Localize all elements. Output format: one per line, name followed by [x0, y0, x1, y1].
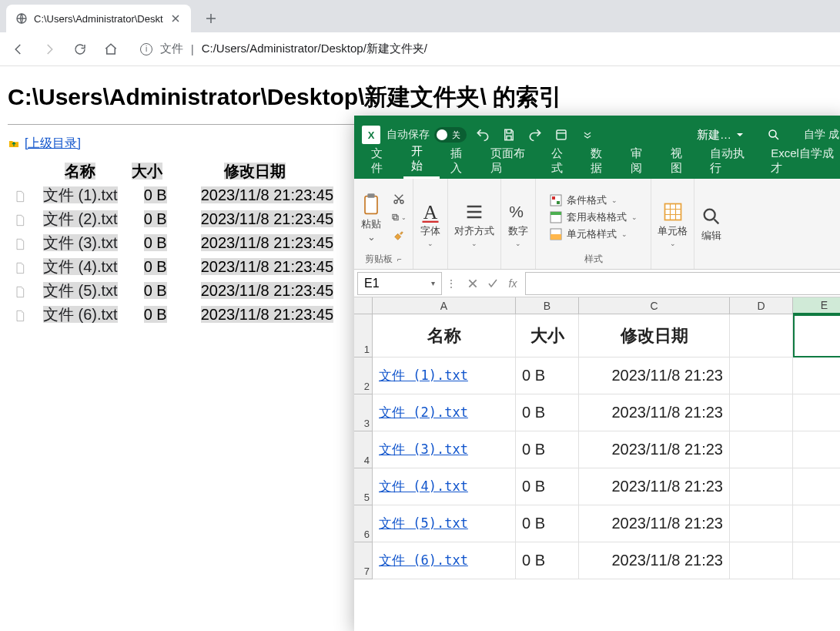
- spreadsheet[interactable]: A B C D E 1234567 名称大小修改日期文件 (1).txt0 B2…: [354, 297, 840, 631]
- edit-button[interactable]: 编辑: [701, 206, 722, 243]
- row-header[interactable]: 5: [354, 468, 373, 505]
- address-bar[interactable]: i 文件 | C:/Users/Administrator/Desktop/新建…: [131, 37, 832, 62]
- ribbon-tab[interactable]: 审阅: [623, 143, 660, 179]
- cell[interactable]: [793, 542, 840, 579]
- cell[interactable]: 0 B: [516, 468, 579, 505]
- cell[interactable]: [730, 505, 793, 542]
- fx-button[interactable]: fx: [505, 276, 520, 291]
- cell[interactable]: [730, 468, 793, 505]
- cell[interactable]: [730, 357, 793, 394]
- cell[interactable]: 0 B: [516, 394, 579, 431]
- cell[interactable]: 文件 (5).txt: [373, 505, 516, 542]
- file-link[interactable]: 文件 (4).txt: [43, 258, 118, 275]
- paste-button[interactable]: 粘贴 ⌄: [360, 193, 382, 243]
- new-tab-button[interactable]: [200, 8, 222, 29]
- cell[interactable]: 2023/11/8 21:23: [579, 542, 730, 579]
- col-header-E[interactable]: E: [793, 297, 840, 314]
- cut-button[interactable]: [391, 191, 407, 206]
- cell-link[interactable]: 文件 (3).txt: [379, 441, 468, 458]
- row-header[interactable]: 7: [354, 542, 373, 579]
- ribbon-tab[interactable]: 自动执行: [702, 143, 760, 179]
- cell[interactable]: [793, 394, 840, 431]
- cell[interactable]: 0 B: [516, 357, 579, 394]
- number-button[interactable]: % 数字⌄: [507, 201, 529, 247]
- file-link[interactable]: 文件 (6).txt: [43, 306, 118, 323]
- close-icon[interactable]: [169, 12, 182, 25]
- cell[interactable]: 2023/11/8 21:23: [579, 431, 730, 468]
- cell[interactable]: 0 B: [516, 542, 579, 579]
- confirm-formula-button[interactable]: [485, 276, 500, 291]
- name-box[interactable]: E1▾: [357, 272, 442, 295]
- cells-button[interactable]: 单元格⌄: [658, 201, 688, 247]
- col-header-B[interactable]: B: [516, 297, 579, 314]
- select-all-corner[interactable]: [354, 297, 373, 314]
- cell[interactable]: [730, 431, 793, 468]
- cell-link[interactable]: 文件 (1).txt: [379, 367, 468, 384]
- ribbon-tab[interactable]: 开始: [403, 141, 440, 179]
- cell[interactable]: [793, 314, 840, 357]
- ribbon-tab[interactable]: 数据: [583, 143, 620, 179]
- col-header-C[interactable]: C: [579, 297, 730, 314]
- cell[interactable]: [730, 542, 793, 579]
- cell-styles-button[interactable]: 单元格样式⌄: [550, 227, 638, 241]
- back-button[interactable]: [8, 39, 29, 60]
- cell[interactable]: [730, 394, 793, 431]
- cell[interactable]: 2023/11/8 21:23: [579, 505, 730, 542]
- row-header[interactable]: 4: [354, 431, 373, 468]
- browser-tab[interactable]: C:\Users\Administrator\Deskt: [6, 5, 191, 32]
- col-header-A[interactable]: A: [373, 297, 516, 314]
- cell-link[interactable]: 文件 (4).txt: [379, 478, 468, 495]
- cancel-formula-button[interactable]: [465, 276, 480, 291]
- row-header[interactable]: 3: [354, 394, 373, 431]
- home-button[interactable]: [100, 39, 122, 60]
- parent-directory-link[interactable]: [上级目录]: [25, 136, 81, 152]
- font-button[interactable]: A 字体⌄: [420, 201, 441, 247]
- cell[interactable]: 0 B: [516, 431, 579, 468]
- ribbon-tab[interactable]: 页面布局: [483, 143, 540, 179]
- cell[interactable]: [730, 314, 793, 357]
- ribbon-tab[interactable]: Excel自学成才: [763, 143, 840, 179]
- cell[interactable]: 文件 (4).txt: [373, 468, 516, 505]
- redo-button[interactable]: [525, 125, 545, 145]
- cell[interactable]: 文件 (3).txt: [373, 431, 516, 468]
- quick-access-button[interactable]: [551, 125, 571, 145]
- align-button[interactable]: 对齐方式⌄: [454, 201, 494, 247]
- file-link[interactable]: 文件 (5).txt: [43, 282, 118, 299]
- cell-link[interactable]: 文件 (6).txt: [379, 552, 468, 569]
- cell[interactable]: [793, 431, 840, 468]
- doc-title[interactable]: 新建…: [697, 128, 744, 143]
- format-painter-button[interactable]: [391, 228, 407, 243]
- row-header[interactable]: 2: [354, 357, 373, 394]
- table-format-button[interactable]: 套用表格格式⌄: [550, 210, 638, 224]
- cell[interactable]: [793, 357, 840, 394]
- cell[interactable]: 文件 (6).txt: [373, 542, 516, 579]
- formula-input[interactable]: [525, 272, 840, 295]
- file-link[interactable]: 文件 (2).txt: [43, 210, 118, 227]
- cell[interactable]: 2023/11/8 21:23: [579, 394, 730, 431]
- conditional-format-button[interactable]: 条件格式⌄: [550, 193, 638, 207]
- forward-button[interactable]: [38, 39, 60, 60]
- cell[interactable]: 名称: [373, 314, 516, 357]
- ribbon-tab[interactable]: 插入: [443, 143, 480, 179]
- cell[interactable]: 0 B: [516, 505, 579, 542]
- cell[interactable]: 文件 (2).txt: [373, 394, 516, 431]
- file-link[interactable]: 文件 (1).txt: [43, 186, 118, 203]
- copy-button[interactable]: ⌄: [391, 210, 407, 225]
- cell-link[interactable]: 文件 (5).txt: [379, 515, 468, 532]
- undo-button[interactable]: [473, 125, 493, 145]
- search-button[interactable]: [765, 126, 782, 143]
- reload-button[interactable]: [69, 39, 91, 60]
- save-button[interactable]: [499, 125, 519, 145]
- cell[interactable]: 大小: [516, 314, 579, 357]
- cell[interactable]: 2023/11/8 21:23: [579, 468, 730, 505]
- file-link[interactable]: 文件 (3).txt: [43, 234, 118, 251]
- cell[interactable]: [793, 505, 840, 542]
- cell-link[interactable]: 文件 (2).txt: [379, 404, 468, 421]
- col-header-D[interactable]: D: [730, 297, 793, 314]
- cell[interactable]: 2023/11/8 21:23: [579, 357, 730, 394]
- more-quick-access[interactable]: [577, 125, 597, 145]
- ribbon-tab[interactable]: 公式: [544, 143, 581, 179]
- cell[interactable]: 修改日期: [579, 314, 730, 357]
- autosave-toggle[interactable]: 关: [434, 127, 467, 143]
- row-header[interactable]: 6: [354, 505, 373, 542]
